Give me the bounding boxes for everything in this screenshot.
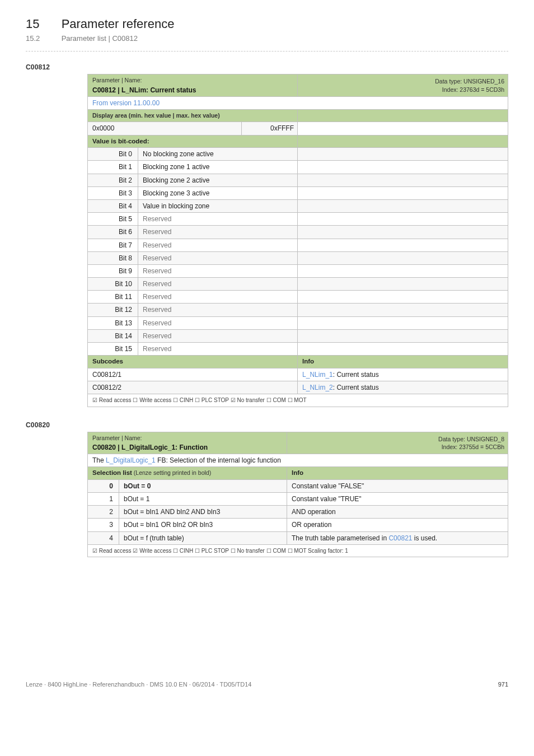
- selection-number: 2: [88, 506, 119, 519]
- subcode-link[interactable]: L_NLim_2: [302, 384, 333, 391]
- footer-text: Lenze · 8400 HighLine · Referenzhandbuch…: [26, 680, 251, 689]
- selection-info-text: Constant value "TRUE": [292, 495, 362, 503]
- section-heading: 15.2 Parameter list | C00812: [26, 34, 508, 44]
- info-label: Info: [287, 467, 508, 480]
- bit-empty: [298, 174, 508, 186]
- param-index-cell: Data type: UNSIGNED_16 Index: 23763d = 5…: [298, 74, 508, 96]
- bit-empty: [298, 186, 508, 199]
- param-header-cell: Parameter | Name: C00820 | L_DigitalLogi…: [88, 432, 287, 454]
- selection-info-text: OR operation: [292, 521, 331, 529]
- param-index-cell: Data type: UNSIGNED_8 Index: 23755d = 5C…: [287, 432, 508, 454]
- bit-number: Bit 13: [88, 316, 138, 329]
- bit-number: Bit 1: [88, 161, 138, 174]
- display-area-label: Display area (min. hex value | max. hex …: [88, 109, 298, 122]
- bit-empty: [298, 343, 508, 356]
- subcode-info: L_NLim_1: Current status: [298, 368, 508, 381]
- bit-number: Bit 2: [88, 174, 138, 186]
- bit-number: Bit 0: [88, 148, 138, 161]
- bit-empty: [298, 239, 508, 251]
- bit-description: Reserved: [138, 264, 298, 277]
- display-area-empty: [298, 109, 508, 122]
- selection-info: OR operation: [287, 519, 508, 531]
- footer: Lenze · 8400 HighLine · Referenzhandbuch…: [26, 680, 508, 689]
- selection-info: The truth table parameterised in C00821 …: [287, 531, 508, 544]
- subcodes-label: Subcodes: [88, 356, 298, 368]
- intro-row: The L_DigitalLogic_1 FB: Selection of th…: [88, 454, 508, 467]
- subcode-text: : Current status: [333, 371, 379, 379]
- param-name-value: C00812 | L_NLim: Current status: [92, 86, 294, 95]
- bit-empty: [298, 291, 508, 304]
- bit-description: Reserved: [138, 251, 298, 264]
- chapter-number: 15: [26, 16, 59, 32]
- selection-list-note: (Lenze setting printed in bold): [132, 469, 211, 476]
- bit-description: Blocking zone 1 active: [138, 161, 298, 174]
- selection-info: Constant value "FALSE": [287, 479, 508, 492]
- bit-description: Reserved: [138, 226, 298, 239]
- access-checks: ☑ Read access ☑ Write access ☐ CINH ☐ PL…: [88, 544, 508, 557]
- footer-page: 971: [498, 680, 508, 689]
- intro-pre: The: [92, 456, 106, 464]
- selection-list-text: Selection list: [92, 469, 132, 476]
- selection-info-text: Constant value "FALSE": [292, 482, 364, 490]
- bit-number: Bit 15: [88, 343, 138, 356]
- param-datatype: Data type: UNSIGNED_8: [292, 435, 504, 443]
- param-name-label: Parameter | Name:: [92, 434, 283, 442]
- bit-empty: [298, 213, 508, 226]
- version-link[interactable]: From version 11.00.00: [92, 99, 160, 107]
- bit-empty: [298, 148, 508, 161]
- display-empty: [298, 122, 508, 135]
- selection-option: bOut = bIn1 OR bIn2 OR bIn3: [119, 519, 287, 531]
- bit-number: Bit 3: [88, 186, 138, 199]
- param-name-value: C00820 | L_DigitalLogic_1: Function: [92, 443, 283, 452]
- param-code-heading: C00812: [26, 63, 508, 72]
- subcode-link[interactable]: L_NLim_1: [302, 371, 333, 379]
- bit-description: Reserved: [138, 316, 298, 329]
- bit-number: Bit 14: [88, 329, 138, 342]
- subcode: C00812/1: [88, 368, 298, 381]
- section-number: 15.2: [26, 34, 59, 44]
- chapter-title: Parameter reference: [62, 17, 175, 31]
- selection-info: AND operation: [287, 506, 508, 519]
- bit-number: Bit 8: [88, 251, 138, 264]
- selection-number: 4: [88, 531, 119, 544]
- bit-number: Bit 9: [88, 264, 138, 277]
- bit-description: Reserved: [138, 304, 298, 316]
- divider: [26, 51, 508, 52]
- bit-description: Reserved: [138, 329, 298, 342]
- bit-empty: [298, 278, 508, 291]
- param-datatype: Data type: UNSIGNED_16: [302, 77, 504, 85]
- param-index: Index: 23755d = 5CCBh: [292, 443, 504, 451]
- bit-empty: [298, 199, 508, 212]
- info-label: Info: [298, 356, 508, 368]
- bit-number: Bit 4: [88, 199, 138, 212]
- selection-number: 3: [88, 519, 119, 531]
- bit-description: Reserved: [138, 343, 298, 356]
- subcode-text: : Current status: [333, 384, 379, 391]
- bit-description: Reserved: [138, 213, 298, 226]
- chapter-heading: 15 Parameter reference: [26, 16, 508, 32]
- selection-info-text2: is used.: [412, 534, 437, 542]
- bit-number: Bit 11: [88, 291, 138, 304]
- bit-number: Bit 6: [88, 226, 138, 239]
- param-header-cell: Parameter | Name: C00812 | L_NLim: Curre…: [88, 74, 298, 96]
- bit-description: No blocking zone active: [138, 148, 298, 161]
- selection-option: bOut = bIn1 AND bIn2 AND bIn3: [119, 506, 287, 519]
- bit-description: Blocking zone 2 active: [138, 174, 298, 186]
- intro-post: FB: Selection of the internal logic func…: [156, 456, 281, 464]
- selection-info-link[interactable]: C00821: [388, 534, 412, 542]
- selection-list-label: Selection list (Lenze setting printed in…: [88, 467, 287, 480]
- bit-empty: [298, 316, 508, 329]
- bitcoded-empty: [298, 135, 508, 148]
- access-checks: ☑ Read access ☐ Write access ☐ CINH ☐ PL…: [88, 394, 508, 407]
- selection-info: Constant value "TRUE": [287, 493, 508, 506]
- selection-number: 1: [88, 493, 119, 506]
- intro-link[interactable]: L_DigitalLogic_1: [106, 456, 156, 464]
- bit-empty: [298, 329, 508, 342]
- selection-number: 0: [88, 479, 119, 492]
- bit-description: Reserved: [138, 239, 298, 251]
- bit-number: Bit 10: [88, 278, 138, 291]
- bit-empty: [298, 264, 508, 277]
- subcode: C00812/2: [88, 381, 298, 394]
- display-max: 0xFFFF: [242, 122, 298, 135]
- section-title: Parameter list | C00812: [62, 34, 138, 43]
